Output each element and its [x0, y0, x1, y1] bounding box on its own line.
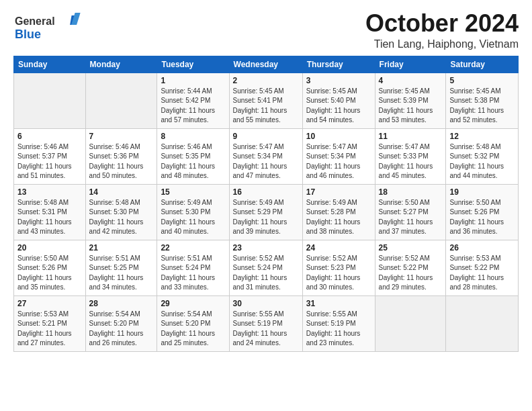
calendar-table: Sunday Monday Tuesday Wednesday Thursday…	[13, 56, 519, 352]
daylight-text: Daylight: 11 hours and 43 minutes.	[17, 218, 82, 237]
daylight-text: Daylight: 11 hours and 53 minutes.	[379, 106, 443, 126]
day-number: 21	[89, 243, 154, 253]
daylight-text: Daylight: 11 hours and 48 minutes.	[161, 162, 225, 181]
sunset-text: Sunset: 5:30 PM	[161, 208, 225, 218]
day-details: Sunrise: 5:55 AMSunset: 5:19 PMDaylight:…	[233, 310, 299, 349]
day-number: 3	[306, 76, 371, 85]
day-details: Sunrise: 5:46 AMSunset: 5:36 PMDaylight:…	[89, 142, 154, 181]
sunrise-text: Sunrise: 5:49 AM	[161, 198, 225, 208]
sunrise-text: Sunrise: 5:49 AM	[306, 198, 371, 208]
day-cell: 9Sunrise: 5:47 AMSunset: 5:34 PMDaylight…	[229, 128, 302, 184]
day-details: Sunrise: 5:50 AMSunset: 5:26 PMDaylight:…	[449, 198, 515, 237]
sunset-text: Sunset: 5:41 PM	[233, 96, 299, 106]
day-cell: 19Sunrise: 5:50 AMSunset: 5:26 PMDayligh…	[446, 184, 519, 240]
day-details: Sunrise: 5:50 AMSunset: 5:26 PMDaylight:…	[17, 254, 82, 293]
day-cell: 21Sunrise: 5:51 AMSunset: 5:25 PMDayligh…	[85, 240, 157, 295]
logo: General Blue	[13, 10, 87, 42]
sunrise-text: Sunrise: 5:45 AM	[449, 87, 515, 97]
sunset-text: Sunset: 5:24 PM	[233, 263, 299, 273]
calendar-header: Sunday Monday Tuesday Wednesday Thursday…	[14, 56, 519, 73]
day-cell	[85, 73, 157, 128]
calendar-body: 1Sunrise: 5:44 AMSunset: 5:42 PMDaylight…	[14, 73, 519, 351]
sunset-text: Sunset: 5:33 PM	[379, 152, 443, 162]
sunset-text: Sunset: 5:26 PM	[449, 208, 515, 218]
day-details: Sunrise: 5:45 AMSunset: 5:38 PMDaylight:…	[449, 87, 515, 126]
day-details: Sunrise: 5:47 AMSunset: 5:34 PMDaylight:…	[233, 142, 299, 181]
header: General Blue October 2024 Tien Lang, Hai…	[13, 10, 519, 50]
month-title: October 2024	[365, 10, 519, 37]
col-tuesday: Tuesday	[157, 56, 229, 73]
day-number: 13	[17, 187, 82, 197]
day-details: Sunrise: 5:50 AMSunset: 5:27 PMDaylight:…	[379, 198, 443, 237]
sunrise-text: Sunrise: 5:53 AM	[449, 254, 515, 264]
sunset-text: Sunset: 5:20 PM	[89, 319, 154, 329]
day-details: Sunrise: 5:53 AMSunset: 5:21 PMDaylight:…	[17, 310, 82, 349]
daylight-text: Daylight: 11 hours and 52 minutes.	[449, 106, 515, 126]
sunset-text: Sunset: 5:25 PM	[89, 263, 154, 273]
day-cell: 14Sunrise: 5:48 AMSunset: 5:30 PMDayligh…	[85, 184, 157, 240]
sunset-text: Sunset: 5:22 PM	[449, 263, 515, 273]
day-details: Sunrise: 5:49 AMSunset: 5:28 PMDaylight:…	[306, 198, 371, 237]
sunset-text: Sunset: 5:35 PM	[161, 152, 225, 162]
sunrise-text: Sunrise: 5:53 AM	[17, 310, 82, 320]
daylight-text: Daylight: 11 hours and 23 minutes.	[306, 329, 371, 349]
day-number: 4	[379, 76, 443, 85]
daylight-text: Daylight: 11 hours and 44 minutes.	[449, 162, 515, 181]
sunset-text: Sunset: 5:28 PM	[306, 208, 371, 218]
daylight-text: Daylight: 11 hours and 27 minutes.	[17, 329, 82, 349]
page: General Blue October 2024 Tien Lang, Hai…	[0, 0, 532, 411]
sunrise-text: Sunrise: 5:54 AM	[89, 310, 154, 320]
sunset-text: Sunset: 5:38 PM	[449, 96, 515, 106]
daylight-text: Daylight: 11 hours and 31 minutes.	[233, 273, 299, 293]
sunset-text: Sunset: 5:20 PM	[161, 319, 225, 329]
sunrise-text: Sunrise: 5:48 AM	[17, 198, 82, 208]
daylight-text: Daylight: 11 hours and 29 minutes.	[379, 273, 443, 293]
day-number: 6	[17, 132, 82, 141]
day-number: 14	[89, 187, 154, 197]
sunrise-text: Sunrise: 5:45 AM	[306, 87, 371, 97]
daylight-text: Daylight: 11 hours and 54 minutes.	[306, 106, 371, 126]
day-details: Sunrise: 5:44 AMSunset: 5:42 PMDaylight:…	[161, 87, 225, 126]
day-cell	[14, 73, 86, 128]
sunrise-text: Sunrise: 5:49 AM	[233, 198, 299, 208]
day-number: 26	[449, 243, 515, 253]
day-cell: 7Sunrise: 5:46 AMSunset: 5:36 PMDaylight…	[85, 128, 157, 184]
sunset-text: Sunset: 5:30 PM	[89, 208, 154, 218]
day-details: Sunrise: 5:46 AMSunset: 5:35 PMDaylight:…	[161, 142, 225, 181]
sunrise-text: Sunrise: 5:48 AM	[89, 198, 154, 208]
week-row-3: 13Sunrise: 5:48 AMSunset: 5:31 PMDayligh…	[14, 184, 519, 240]
sunrise-text: Sunrise: 5:46 AM	[89, 142, 154, 152]
sunset-text: Sunset: 5:34 PM	[233, 152, 299, 162]
location: Tien Lang, Haiphong, Vietnam	[365, 38, 519, 50]
sunrise-text: Sunrise: 5:47 AM	[233, 142, 299, 152]
day-cell: 6Sunrise: 5:46 AMSunset: 5:37 PMDaylight…	[14, 128, 86, 184]
daylight-text: Daylight: 11 hours and 28 minutes.	[449, 273, 515, 293]
day-number: 8	[161, 132, 225, 141]
sunset-text: Sunset: 5:39 PM	[379, 96, 443, 106]
sunset-text: Sunset: 5:19 PM	[233, 319, 299, 329]
day-cell: 28Sunrise: 5:54 AMSunset: 5:20 PMDayligh…	[85, 295, 157, 351]
day-details: Sunrise: 5:52 AMSunset: 5:22 PMDaylight:…	[379, 254, 443, 293]
sunrise-text: Sunrise: 5:46 AM	[17, 142, 82, 152]
day-cell: 8Sunrise: 5:46 AMSunset: 5:35 PMDaylight…	[157, 128, 229, 184]
day-details: Sunrise: 5:55 AMSunset: 5:19 PMDaylight:…	[306, 310, 371, 349]
logo-image: General Blue	[13, 10, 87, 42]
sunset-text: Sunset: 5:36 PM	[89, 152, 154, 162]
daylight-text: Daylight: 11 hours and 26 minutes.	[89, 329, 154, 349]
daylight-text: Daylight: 11 hours and 45 minutes.	[379, 162, 443, 181]
sunrise-text: Sunrise: 5:46 AM	[161, 142, 225, 152]
day-cell: 2Sunrise: 5:45 AMSunset: 5:41 PMDaylight…	[229, 73, 302, 128]
day-number: 5	[449, 76, 515, 85]
day-cell: 16Sunrise: 5:49 AMSunset: 5:29 PMDayligh…	[229, 184, 302, 240]
day-cell: 18Sunrise: 5:50 AMSunset: 5:27 PMDayligh…	[375, 184, 446, 240]
sunrise-text: Sunrise: 5:55 AM	[306, 310, 371, 320]
day-cell: 26Sunrise: 5:53 AMSunset: 5:22 PMDayligh…	[446, 240, 519, 295]
sunset-text: Sunset: 5:24 PM	[161, 263, 225, 273]
svg-text:Blue: Blue	[15, 28, 41, 41]
sunset-text: Sunset: 5:32 PM	[449, 152, 515, 162]
week-row-5: 27Sunrise: 5:53 AMSunset: 5:21 PMDayligh…	[14, 295, 519, 351]
col-thursday: Thursday	[302, 56, 375, 73]
day-number: 10	[306, 132, 371, 141]
week-row-1: 1Sunrise: 5:44 AMSunset: 5:42 PMDaylight…	[14, 73, 519, 128]
day-number: 29	[161, 299, 225, 308]
